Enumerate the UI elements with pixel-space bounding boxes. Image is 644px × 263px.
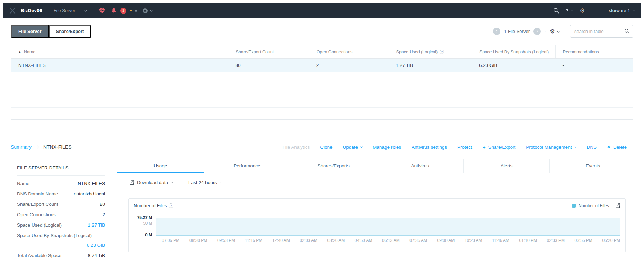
gear-icon: ⚙ <box>550 29 555 34</box>
health-heart-icon[interactable] <box>99 8 105 14</box>
entity-menu[interactable]: File Server <box>54 8 87 13</box>
action-delete[interactable]: ✕ Delete <box>607 144 627 150</box>
table-header-row: ▲ Name Share/Export Count Open Connectio… <box>11 45 633 58</box>
action-protocol-management[interactable]: Protocol Management <box>526 144 576 150</box>
space-used-link[interactable]: 1.27 TiB <box>88 222 105 228</box>
chevron-right-icon <box>36 146 39 148</box>
table-row[interactable]: NTNX-FILES 80 2 1.27 TiB 6.23 GiB - <box>11 58 633 72</box>
tab-alerts[interactable]: Alerts <box>463 159 550 173</box>
time-range-dropdown[interactable]: Last 24 hours <box>188 180 221 185</box>
expand-chart-icon[interactable] <box>615 203 620 208</box>
entity-menu-label: File Server <box>54 8 76 13</box>
settings-gear-icon[interactable]: ⚙ <box>579 8 585 14</box>
chart-title: Number of Files ? <box>134 203 173 208</box>
divider <box>597 7 597 14</box>
breadcrumb-current: NTNX-FILES <box>43 144 72 150</box>
x-tick: 01:10 PM <box>519 238 537 243</box>
action-clone[interactable]: Clone <box>320 144 332 150</box>
action-manage-roles[interactable]: Manage roles <box>373 144 401 150</box>
tab-performance[interactable]: Performance <box>204 159 290 173</box>
search-icon[interactable] <box>553 8 559 14</box>
help-menu[interactable]: ? <box>565 8 573 14</box>
pagination-next-button[interactable] <box>533 28 541 35</box>
breadcrumb-summary-link[interactable]: Summary <box>11 144 32 150</box>
help-icon: ? <box>440 50 444 54</box>
navbar-left: BizDev06 File Server 1 <box>9 7 152 14</box>
search-icon <box>624 28 630 34</box>
user-menu[interactable]: storware-1 <box>609 8 635 13</box>
tab-antivirus[interactable]: Antivirus <box>377 159 463 173</box>
chevron-down-icon <box>557 29 559 32</box>
pagination-prev-button[interactable] <box>493 28 500 35</box>
navbar-right: ? ⚙ storware-1 <box>553 7 635 14</box>
x-tick: 12:40 AM <box>272 238 290 243</box>
tab-events[interactable]: Events <box>549 159 636 173</box>
empty-table-row <box>11 72 633 84</box>
tab-share-export[interactable]: Share/Export <box>49 25 91 38</box>
divider <box>92 7 92 14</box>
help-icon: ? <box>565 8 568 14</box>
x-tick: 09:53 PM <box>217 238 235 243</box>
info-dot-icon[interactable] <box>135 10 137 12</box>
toolbar-right: 1 File Server · ⚙ · <box>493 25 633 38</box>
column-header-space-used[interactable]: Space Used (Logical) ? <box>389 45 472 58</box>
x-tick: 04:50 AM <box>355 238 372 243</box>
chart-plot-area[interactable] <box>156 217 620 236</box>
username: storware-1 <box>609 8 630 13</box>
chevron-down-icon <box>219 181 222 183</box>
warning-dot-icon[interactable] <box>130 10 132 11</box>
empty-table-row <box>11 84 633 96</box>
y-tick-zero: 0 M <box>145 233 152 237</box>
column-header-open-connections[interactable]: Open Connections <box>309 45 389 58</box>
cell-open-connections: 2 <box>309 59 389 72</box>
alerts-bell-icon[interactable] <box>111 8 117 14</box>
chevron-down-icon <box>574 145 576 148</box>
action-dns[interactable]: DNS <box>586 144 597 150</box>
search-input[interactable] <box>570 25 633 38</box>
column-header-share-export-count[interactable]: Share/Export Count <box>228 45 309 58</box>
file-server-details-card: FILE SERVER DETAILS Name NTNX-FILES DNS … <box>11 159 111 263</box>
view-switcher: File Server Share/Export <box>11 25 91 38</box>
snapshot-space-link[interactable]: 6.23 GiB <box>17 243 105 248</box>
nutanix-logo-icon[interactable] <box>9 8 16 14</box>
empty-table-row <box>11 96 633 107</box>
download-export-icon <box>129 180 134 185</box>
action-add-share-export[interactable]: + Share/Export <box>483 144 516 150</box>
action-file-analytics[interactable]: File Analytics <box>283 144 310 150</box>
detail-row-total-available-space: Total Available Space 8.74 TiB <box>17 253 105 258</box>
x-tick: 02:03 AM <box>300 238 317 243</box>
column-header-space-used-snapshots[interactable]: Space Used By Snapshots (Logical) <box>472 45 555 58</box>
action-update[interactable]: Update <box>343 144 363 150</box>
tasks-menu[interactable] <box>143 8 152 13</box>
y-axis: 75.27 M 50 M 0 M <box>129 217 156 236</box>
column-header-recommendations[interactable]: Recommendations <box>555 45 633 58</box>
x-tick: 02:33 PM <box>547 238 565 243</box>
alert-count-badge[interactable]: 1 <box>120 8 126 14</box>
detail-row-open-connections: Open Connections 2 <box>17 212 105 217</box>
table-search <box>570 25 633 38</box>
x-tick: 07:06 PM <box>162 238 179 243</box>
table-settings-menu[interactable]: ⚙ <box>550 29 559 34</box>
x-tick: 11:16 PM <box>245 238 262 243</box>
column-header-name[interactable]: ▲ Name <box>11 45 228 58</box>
sort-asc-icon: ▲ <box>18 50 21 53</box>
chart-header: Number of Files ? Number of Files <box>129 199 625 213</box>
cell-space-used: 1.27 TiB <box>389 59 472 72</box>
cell-name: NTNX-FILES <box>11 59 228 72</box>
chevron-down-icon <box>84 9 87 11</box>
action-antivirus-settings[interactable]: Antivirus settings <box>412 144 447 150</box>
action-protect[interactable]: Protect <box>457 144 472 150</box>
detail-row-space-used: Space Used (Logical) 1.27 TiB <box>17 222 105 228</box>
x-tick: 10:23 AM <box>465 238 482 243</box>
cluster-name: BizDev06 <box>21 8 42 13</box>
tab-usage[interactable]: Usage <box>117 159 204 173</box>
detail-content: Usage Performance Shares/Exports Antivir… <box>117 159 636 252</box>
tab-shares-exports[interactable]: Shares/Exports <box>290 159 377 173</box>
download-data-dropdown[interactable]: Download data <box>129 180 173 185</box>
number-of-files-chart-card: Number of Files ? Number of Files <box>128 198 626 252</box>
chart-plot-region: 75.27 M 50 M 0 M <box>129 213 625 236</box>
detail-tabs: Usage Performance Shares/Exports Antivir… <box>117 159 636 173</box>
tab-file-server[interactable]: File Server <box>11 25 49 38</box>
x-tick: 08:30 PM <box>189 238 207 243</box>
x-tick: 07:36 AM <box>409 238 427 243</box>
